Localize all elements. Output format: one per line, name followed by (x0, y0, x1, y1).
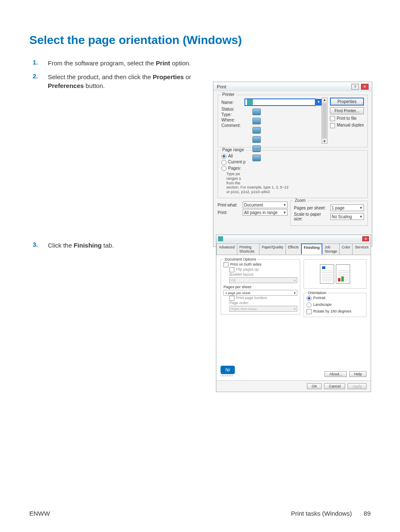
dialog-title: Print (217, 84, 226, 89)
tab-advanced[interactable]: Advanced (216, 243, 237, 255)
close-icon[interactable]: ✕ (362, 236, 369, 241)
page-heading: Select the page orientation (Windows) (29, 34, 371, 47)
tab-shortcuts[interactable]: Printing Shortcuts (237, 243, 260, 255)
text: Type pa (226, 172, 240, 176)
tab-effects[interactable]: Effects (286, 243, 301, 255)
cancel-button[interactable]: Cancel (324, 383, 345, 389)
page-range-group: Page range All Current p Pages: Type pa … (218, 150, 368, 198)
pages-radio[interactable]: Pages: (221, 166, 241, 171)
value: No Scaling (332, 214, 352, 219)
current-page-radio[interactable]: Current p (221, 160, 246, 165)
about-button[interactable]: About... (325, 371, 347, 377)
text: option. (170, 59, 191, 67)
hp-logo-icon: hp (221, 366, 235, 374)
group-label: Document Options (223, 257, 257, 261)
manual-duplex-checkbox[interactable]: Manual duplex (330, 123, 364, 128)
help-button[interactable]: Help (349, 371, 366, 377)
value: All pages in range (244, 210, 278, 215)
group-label: Orientation (306, 291, 327, 295)
bold-preferences: Preferences (48, 82, 84, 89)
properties-button[interactable]: Properties (330, 98, 364, 106)
print-both-sides-checkbox[interactable]: Print on both sides (223, 262, 297, 267)
tab-color[interactable]: Color (339, 243, 353, 255)
landscape-radio[interactable]: Landscape (306, 302, 364, 307)
page-order-label: Page order: (229, 301, 297, 305)
chevron-down-icon[interactable]: ▼ (316, 99, 322, 106)
close-icon[interactable]: ✕ (361, 84, 369, 90)
printer-name-dropdown[interactable] (244, 98, 316, 106)
orientation-group: Orientation Portrait Landscape Rotate by… (304, 293, 366, 317)
rotate-180-checkbox[interactable]: Rotate by 180 degrees (306, 309, 364, 314)
zoom-group: Zoom Pages per sheet: 1 page▼ Scale to p… (290, 201, 368, 226)
chevron-down-icon: ▾ (294, 279, 296, 282)
print-to-file-checkbox[interactable]: Print to file (330, 116, 364, 121)
value: 1 page (332, 206, 345, 210)
print-dropdown[interactable]: All pages in range▼ (243, 209, 288, 216)
step-text: From the software program, select the Pr… (48, 59, 191, 67)
text: button. (84, 82, 105, 89)
printer-icon (218, 236, 223, 241)
chevron-down-icon: ▼ (283, 203, 286, 207)
tab-job-storage[interactable]: Job Storage (322, 243, 340, 255)
print-label: Print: (218, 210, 243, 215)
value: Right, then Down (231, 307, 257, 311)
print-dialog: Print ? ✕ Printer Name: ▼ Status: Type: … (213, 82, 372, 247)
booklet-dropdown: Off▾ (229, 277, 297, 283)
chevron-down-icon: ▼ (359, 215, 363, 219)
name-label: Name: (221, 100, 244, 105)
help-icon[interactable]: ? (351, 84, 359, 90)
pages-per-sheet-dropdown[interactable]: 1 page per sheet▾ (223, 290, 297, 296)
page-footer: ENWW Print tasks (Windows) 89 (29, 510, 371, 517)
hp-invent-text: invent (221, 374, 235, 377)
print-what-dropdown[interactable]: Document▼ (243, 201, 288, 208)
chevron-down-icon: ▼ (283, 211, 286, 214)
comment-label: Comment: (221, 123, 244, 128)
pages-per-sheet-label: Pages per sheet: (223, 285, 297, 289)
printer-group: Printer Name: ▼ Status: Type: Where: Com… (218, 95, 368, 147)
bold-finishing: Finishing (74, 242, 102, 249)
step-1: 1. From the software program, select the… (33, 59, 200, 67)
chevron-down-icon: ▼ (359, 206, 363, 210)
text: tab. (101, 242, 114, 249)
all-radio[interactable]: All (221, 154, 233, 159)
tab-paper-quality[interactable]: Paper/Quality (259, 243, 286, 255)
tabs: Advanced Printing Shortcuts Paper/Qualit… (216, 243, 371, 255)
pages-per-sheet-dropdown[interactable]: 1 page▼ (330, 204, 364, 211)
bold-print: Print (156, 59, 170, 67)
step-text: Select the product, and then click the P… (48, 72, 200, 90)
bold-properties: Properties (153, 73, 184, 80)
step-number: 1. (33, 59, 48, 67)
printer-icon[interactable] (252, 118, 261, 124)
document-options-group: Document Options Print on both sides Fli… (221, 259, 300, 315)
dialog-titlebar: ✕ (216, 235, 371, 243)
text: Select the product, and then click the (48, 73, 153, 80)
text: or (184, 73, 191, 80)
value: 1 page per sheet (225, 291, 250, 295)
chevron-down-icon: ▾ (294, 291, 296, 295)
text: From the software program, select the (48, 59, 156, 67)
printer-icon[interactable] (252, 136, 261, 143)
chevron-down-icon: ▾ (294, 307, 296, 311)
printer-icon[interactable] (252, 127, 261, 134)
tab-finishing[interactable]: Finishing (301, 243, 323, 255)
value: Off (231, 279, 236, 282)
find-printer-button[interactable]: Find Printer... (330, 107, 364, 114)
status-label: Status: (221, 107, 244, 111)
group-label: Zoom (293, 198, 307, 203)
text: or p1s1, p1s2, p1s3–p8s3 (226, 190, 270, 194)
where-label: Where: (221, 118, 244, 122)
tab-services[interactable]: Services (352, 243, 371, 255)
pages-per-sheet-label: Pages per sheet: (294, 206, 330, 210)
dialog-titlebar: Print ? ✕ (213, 82, 372, 91)
apply-button[interactable]: Apply (348, 383, 366, 389)
scale-dropdown[interactable]: No Scaling▼ (330, 213, 364, 220)
step-number: 2. (33, 72, 48, 90)
scale-label: Scale to paper size: (294, 212, 330, 221)
footer-left: ENWW (29, 510, 50, 517)
printer-icon[interactable] (252, 108, 261, 115)
portrait-radio[interactable]: Portrait (306, 296, 364, 301)
scrollbar[interactable]: ▲▼ (322, 98, 327, 144)
flip-pages-checkbox: Flip pages up (229, 267, 297, 272)
text: ranges s (226, 176, 241, 181)
ok-button[interactable]: OK (307, 383, 322, 389)
